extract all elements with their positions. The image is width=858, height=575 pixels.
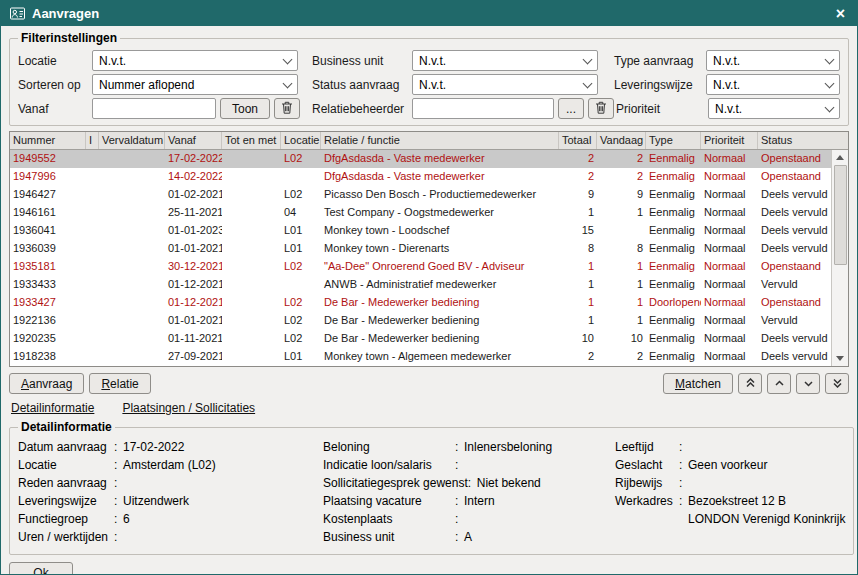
- detail-row: Werkadres:Bezoekstreet 12 B: [615, 492, 845, 510]
- table-row[interactable]: 194642701-02-2021L02Picasso Den Bosch - …: [10, 186, 831, 204]
- ok-button[interactable]: Ok: [9, 562, 73, 574]
- table-row[interactable]: 191823827-09-2021L01Monkey town - Algeme…: [10, 348, 831, 366]
- clear-relatiebeheerder-button[interactable]: [588, 98, 614, 119]
- column-header-vervaldatum[interactable]: Vervaldatum: [99, 132, 165, 149]
- detail-label: Leveringswijze: [18, 494, 114, 508]
- arrow-down-icon: [836, 356, 844, 361]
- cell-vanaf: 01-01-2021: [165, 240, 222, 258]
- toon-button[interactable]: Toon: [220, 98, 270, 119]
- sorteren-op-select[interactable]: Nummer aflopend: [92, 74, 298, 95]
- column-header-type[interactable]: Type: [646, 132, 701, 149]
- titlebar[interactable]: Aanvragen ×: [1, 1, 857, 26]
- relatiebeheerder-input[interactable]: [412, 98, 554, 119]
- cell-prioriteit: Normaal: [701, 294, 758, 312]
- chevron-down-icon: [803, 377, 814, 391]
- cell-tot-en-met: [222, 330, 281, 348]
- arrow-up-icon: [836, 155, 844, 160]
- scroll-down-arrow[interactable]: [832, 351, 848, 366]
- close-icon[interactable]: ×: [833, 6, 848, 22]
- dialog-content: Filterinstellingen Locatie N.v.t. Busine…: [1, 26, 857, 574]
- prioriteit-label: Prioriteit: [616, 102, 708, 116]
- vertical-scrollbar[interactable]: [831, 150, 848, 366]
- table-body-row: 194955217-02-2022L02DfgAsdasda - Vaste m…: [10, 150, 848, 366]
- cell-nummer: 1918238: [10, 348, 86, 366]
- cell-vanaf: 01-01-2021: [165, 312, 222, 330]
- cell-relatie-functie: De Bar - Medewerker bediening: [321, 312, 559, 330]
- cell-status: Deels vervuld: [758, 348, 831, 366]
- column-header-totaal[interactable]: Totaal: [559, 132, 597, 149]
- business-unit-select[interactable]: N.v.t.: [412, 50, 598, 71]
- aanvragen-table: Nummer I Vervaldatum Vanaf Tot en met Lo…: [9, 131, 849, 367]
- cell-relatie-functie: Monkey town - Loodschef: [321, 222, 559, 240]
- column-header-prioriteit[interactable]: Prioriteit: [701, 132, 758, 149]
- column-header-vanaf[interactable]: Vanaf: [165, 132, 222, 149]
- column-header-i[interactable]: I: [86, 132, 99, 149]
- table-row[interactable]: 193604101-01-2023L01Monkey town - Loodsc…: [10, 222, 831, 240]
- prioriteit-select[interactable]: N.v.t.: [708, 98, 840, 119]
- business-unit-value: N.v.t.: [419, 54, 579, 68]
- prioriteit-value: N.v.t.: [715, 102, 821, 116]
- detail-value: Bezoekstreet 12 B: [688, 494, 786, 508]
- record-previous-button[interactable]: [767, 373, 791, 394]
- cell-vervaldatum: [99, 258, 165, 276]
- table-row[interactable]: 193342701-12-2021L02De Bar - Medewerker …: [10, 294, 831, 312]
- cell-locatie: 04: [281, 204, 321, 222]
- table-row[interactable]: 192213601-01-2021L02De Bar - Medewerker …: [10, 312, 831, 330]
- cell-type: Eenmalig: [646, 330, 701, 348]
- vanaf-input[interactable]: [92, 98, 216, 119]
- column-header-relatie-functie[interactable]: Relatie / functie: [321, 132, 559, 149]
- relatie-button[interactable]: Relatie: [89, 373, 150, 394]
- chevrons-up-icon: [745, 377, 756, 391]
- scrollbar-thumb[interactable]: [834, 165, 847, 265]
- aanvraag-button[interactable]: Aanvraag: [9, 373, 84, 394]
- tab-plaatsingen-sollicitaties[interactable]: Plaatsingen / Sollicitaties: [122, 401, 255, 415]
- scroll-up-arrow[interactable]: [832, 150, 848, 165]
- cell-type: Eenmalig: [646, 258, 701, 276]
- cell-prioriteit: Normaal: [701, 186, 758, 204]
- detail-label: Locatie: [18, 458, 114, 472]
- tab-detailinformatie[interactable]: Detailinformatie: [11, 401, 94, 415]
- cell-locatie: L02: [281, 258, 321, 276]
- table-row[interactable]: 193518130-12-2021L02"Aa-Dee" Onroerend G…: [10, 258, 831, 276]
- table-row[interactable]: 194955217-02-2022L02DfgAsdasda - Vaste m…: [10, 150, 831, 168]
- cell-locatie: L02: [281, 330, 321, 348]
- status-aanvraag-select[interactable]: N.v.t.: [412, 74, 598, 95]
- table-row[interactable]: 193603901-01-2021L01Monkey town - Dieren…: [10, 240, 831, 258]
- table-row[interactable]: 192023501-11-2021L02De Bar - Medewerker …: [10, 330, 831, 348]
- cell-i: [86, 186, 99, 204]
- table-row[interactable]: 194616125-11-202104Test Company - Oogstm…: [10, 204, 831, 222]
- column-header-locatie[interactable]: Locatie: [281, 132, 321, 149]
- record-next-button[interactable]: [796, 373, 820, 394]
- locatie-select[interactable]: N.v.t.: [92, 50, 298, 71]
- cell-prioriteit: Normaal: [701, 222, 758, 240]
- cell-i: [86, 348, 99, 366]
- table-row[interactable]: 194799614-02-2022DfgAsdasda - Vaste mede…: [10, 168, 831, 186]
- column-header-tot-en-met[interactable]: Tot en met: [222, 132, 281, 149]
- cell-type: Doorlopend: [646, 294, 701, 312]
- cell-tot-en-met: [222, 276, 281, 294]
- chevron-down-icon: [825, 54, 835, 64]
- record-first-button[interactable]: [738, 373, 762, 394]
- cell-totaal: 1: [559, 312, 597, 330]
- cell-status: Deels vervuld: [758, 330, 831, 348]
- clear-vanaf-button[interactable]: [274, 98, 300, 119]
- leveringswijze-select[interactable]: N.v.t.: [706, 74, 840, 95]
- cell-vanaf: 27-09-2021: [165, 348, 222, 366]
- cell-tot-en-met: [222, 186, 281, 204]
- cell-tot-en-met: [222, 204, 281, 222]
- record-last-button[interactable]: [825, 373, 849, 394]
- type-aanvraag-select[interactable]: N.v.t.: [706, 50, 840, 71]
- cell-totaal: 1: [559, 276, 597, 294]
- cell-i: [86, 204, 99, 222]
- column-header-vandaag[interactable]: Vandaag: [597, 132, 646, 149]
- cell-vanaf: 17-02-2022: [165, 150, 222, 168]
- table-row[interactable]: 193343301-12-2021ANWB - Administratief m…: [10, 276, 831, 294]
- cell-relatie-functie: "Aa-Dee" Onroerend Goed BV - Adviseur: [321, 258, 559, 276]
- cell-vandaag: 1: [597, 204, 646, 222]
- matchen-button[interactable]: Matchen: [663, 373, 733, 394]
- relatiebeheerder-browse-button[interactable]: ...: [558, 98, 584, 119]
- column-header-nummer[interactable]: Nummer: [10, 132, 86, 149]
- table-header: Nummer I Vervaldatum Vanaf Tot en met Lo…: [10, 132, 848, 150]
- cell-prioriteit: Normaal: [701, 150, 758, 168]
- column-header-status[interactable]: Status: [758, 132, 848, 149]
